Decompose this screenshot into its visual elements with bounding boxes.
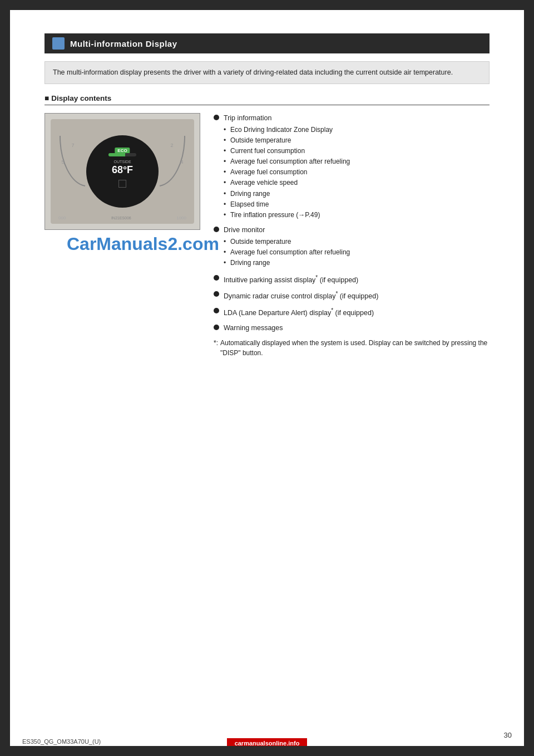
asterisk-2: * (335, 291, 338, 297)
list-item-trip: Trip information Eco Driving Indicator Z… (214, 113, 490, 220)
sub-item-avg-fuel-refuel: Average fuel consumption after refueling (224, 156, 490, 167)
svg-text:7: 7 (71, 143, 74, 148)
sub-item-driving-range: Driving range (224, 189, 490, 199)
description-box: The multi-information display presents t… (44, 61, 490, 84)
dash-number-right: 1000 (176, 215, 186, 220)
page: Multi-information Display The multi-info… (0, 0, 534, 756)
eco-bar (108, 153, 136, 156)
sub-item-current-fuel: Current fuel consumption (224, 146, 490, 156)
sub-item-avg-fuel: Average fuel consumption (224, 167, 490, 178)
sub-item-outside-temp: Outside temperature (224, 135, 490, 146)
sub-item-avg-speed: Average vehicle speed (224, 178, 490, 188)
asterisk-1: * (315, 274, 318, 281)
sub-list-trip: Eco Driving Indicator Zone Display Outsi… (214, 125, 490, 221)
speedo-right: 2 4 (157, 130, 187, 192)
sub-item-drive-outside: Outside temperature (224, 237, 490, 247)
footnote-star: *: (214, 338, 218, 348)
bullet-dot (214, 115, 219, 120)
svg-text:2: 2 (170, 143, 173, 148)
bullet-label-lda: LDA (Lane Departure Alert) display* (if … (224, 306, 374, 318)
bullet-label-warning: Warning messages (224, 323, 283, 333)
footnote: *: Automatically displayed when the syst… (214, 338, 490, 358)
list-item-parking: Intuitive parking assist display* (if eq… (214, 273, 490, 286)
sub-item-drive-avg-fuel: Average fuel consumption after refueling (224, 247, 490, 258)
bullet-label-parking: Intuitive parking assist display* (if eq… (224, 273, 358, 286)
right-column: Trip information Eco Driving Indicator Z… (214, 113, 490, 358)
dash-number-left: 000 (58, 215, 66, 220)
bullet-dot-3 (214, 275, 219, 281)
eco-bar-fill (108, 153, 125, 156)
bullet-label-drive: Drive monitor (224, 225, 265, 235)
dash-image-id: IN21ES006 (111, 216, 131, 220)
sub-item-drive-range: Driving range (224, 258, 490, 268)
dashboard-center: ECO OUTSIDE 68°F (86, 135, 159, 208)
bullet-label-radar: Dynamic radar cruise control display* (i… (224, 289, 378, 302)
bullet-list: Trip information Eco Driving Indicator Z… (214, 113, 490, 333)
speedo-left: 7 5 (57, 130, 88, 192)
sub-item-tire-inflation: Tire inflation pressure (→P.49) (224, 210, 490, 220)
bullet-dot-6 (214, 325, 219, 330)
description-text: The multi-information display presents t… (53, 68, 453, 76)
dashboard-bottom: 000 IN21ES006 1000 (51, 215, 194, 220)
dashboard-image: 7 5 ECO OUTSIDE 68°F (44, 113, 200, 230)
left-column: 7 5 ECO OUTSIDE 68°F (44, 113, 200, 230)
section-heading: Display contents (44, 94, 490, 105)
list-item-drive-monitor: Drive monitor Outside temperature Averag… (214, 225, 490, 268)
bottom-logo-text: carmanualsonline.info (227, 738, 308, 748)
svg-text:5: 5 (61, 159, 64, 165)
bullet-dot-2 (214, 227, 219, 232)
footnote-text: Automatically displayed when the system … (220, 338, 490, 358)
svg-text:4: 4 (180, 159, 183, 165)
watermark: CarManuals2.com (67, 234, 219, 254)
list-item-radar: Dynamic radar cruise control display* (i… (214, 289, 490, 302)
bullet-dot-5 (214, 308, 219, 313)
list-item-lda: LDA (Lane Departure Alert) display* (if … (214, 306, 490, 318)
header-title: Multi-information Display (70, 39, 177, 48)
small-square-indicator (118, 180, 126, 188)
temp-value: 68°F (112, 164, 133, 176)
asterisk-3: * (331, 307, 333, 313)
header-icon (52, 37, 65, 50)
dashboard-inner: 7 5 ECO OUTSIDE 68°F (51, 119, 194, 224)
page-content: Multi-information Display The multi-info… (0, 0, 534, 402)
bullet-dot-4 (214, 291, 219, 297)
outside-label: OUTSIDE (113, 160, 131, 164)
list-item-warning: Warning messages (214, 323, 490, 333)
bottom-logo: carmanualsonline.info (0, 738, 534, 748)
header-box: Multi-information Display (44, 33, 490, 53)
sub-item-eco: Eco Driving Indicator Zone Display (224, 125, 490, 135)
sub-item-elapsed-time: Elapsed time (224, 199, 490, 210)
bullet-label-trip: Trip information (224, 113, 271, 124)
sub-list-drive: Outside temperature Average fuel consump… (214, 237, 490, 269)
